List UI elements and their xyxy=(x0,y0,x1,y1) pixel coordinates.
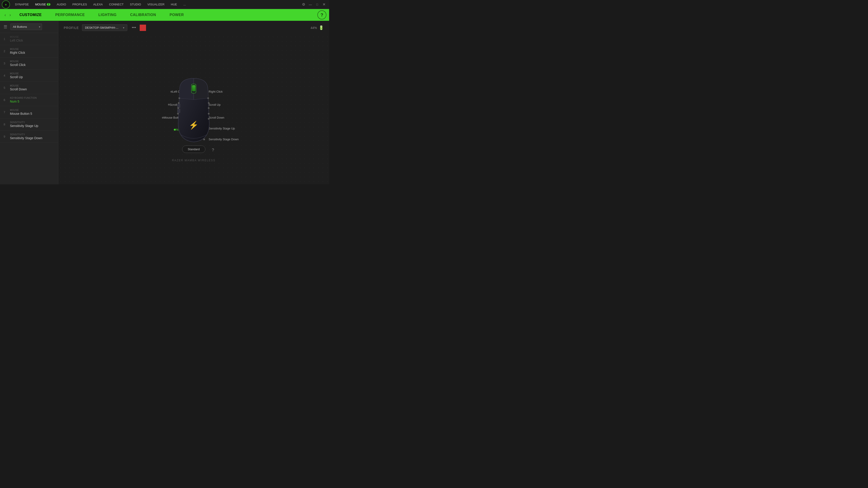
nav-item-audio[interactable]: AUDIO xyxy=(54,0,69,9)
button-list-item-9[interactable]: 9SENSITIVITYSensitivity Stage Down xyxy=(0,131,58,143)
button-list-item-4[interactable]: 4MOUSEScroll Up xyxy=(0,70,58,82)
close-button[interactable]: ✕ xyxy=(320,1,327,8)
label-dot xyxy=(162,117,164,119)
button-list-item-2[interactable]: 2MOUSERight Click xyxy=(0,45,58,57)
button-list-name: Sensitivity Stage Up xyxy=(10,124,38,128)
profile-bar: PROFILE DESKTOP-SMSMPHH-... ▾ ••• 44% 🔋 xyxy=(58,21,329,35)
help-button[interactable]: ? xyxy=(317,10,327,20)
button-list-number: 5 xyxy=(4,86,8,90)
label-dot xyxy=(168,104,170,105)
svg-point-14 xyxy=(207,97,209,99)
nav-badge-mouse: 2 xyxy=(47,3,51,6)
settings-button[interactable]: ⚙ xyxy=(300,1,307,8)
svg-point-12 xyxy=(178,107,179,109)
button-list-number: 9 xyxy=(4,135,8,138)
button-list-item-5[interactable]: 5MOUSEScroll Down xyxy=(0,82,58,94)
button-list-name: Num 5 xyxy=(10,100,37,103)
button-list-name: Scroll Down xyxy=(10,88,27,91)
button-list-name: Left Click xyxy=(10,39,23,42)
button-list-item-1[interactable]: 1MOUSELeft Click xyxy=(0,33,58,45)
nav-item-alexa[interactable]: ALEXA xyxy=(90,0,106,9)
profile-color-button[interactable] xyxy=(140,25,146,31)
button-list-name: Scroll Up xyxy=(10,75,23,79)
device-name: RAZER MAMBA WIRELESS xyxy=(172,159,216,162)
button-list-category: KEYBOARD FUNCTION xyxy=(10,97,37,99)
mouse-illustration: ⚡ xyxy=(171,73,216,146)
battery-icon: 🔋 xyxy=(319,25,324,30)
svg-text:⚡: ⚡ xyxy=(189,121,199,130)
filter-select[interactable]: All Buttons Mouse Keyboard Sensitivity xyxy=(10,24,42,30)
button-list-number: 4 xyxy=(4,74,8,77)
mouse-container: Left Click Scroll Click Mouse Button 5 xyxy=(115,55,273,164)
profile-dropdown[interactable]: DESKTOP-SMSMPHH-... ▾ xyxy=(82,24,127,31)
svg-point-10 xyxy=(179,97,180,99)
button-list-category: MOUSE xyxy=(10,85,27,87)
subnav-item-lighting[interactable]: LIGHTING xyxy=(92,9,123,21)
nav-item-studio[interactable]: STUDIO xyxy=(127,0,144,9)
standard-help-icon[interactable]: ? xyxy=(212,148,214,153)
profile-more-button[interactable]: ••• xyxy=(130,24,138,31)
button-list-info: SENSITIVITYSensitivity Stage Up xyxy=(10,121,38,128)
button-list-category: SENSITIVITY xyxy=(10,121,38,124)
subnav-prev-arrow[interactable]: ‹ xyxy=(3,13,8,18)
svg-point-13 xyxy=(177,113,179,115)
svg-point-17 xyxy=(208,113,210,115)
button-list-category: MOUSE xyxy=(10,109,32,111)
button-list-category: MOUSE xyxy=(10,60,26,63)
svg-rect-9 xyxy=(178,109,180,113)
svg-point-18 xyxy=(208,118,210,120)
button-list-number: 7 xyxy=(4,110,8,114)
button-list-number: 1 xyxy=(4,37,8,41)
subnav-item-power[interactable]: POWER xyxy=(163,9,191,21)
nav-item-mouse[interactable]: MOUSE2 xyxy=(32,0,54,9)
button-list-info: MOUSEScroll Down xyxy=(10,85,27,91)
nav-item-connect[interactable]: CONNECT xyxy=(106,0,127,9)
button-list-category: MOUSE xyxy=(10,48,25,51)
button-list-item-8[interactable]: 8SENSITIVITYSensitivity Stage Up xyxy=(0,119,58,131)
subnav-item-calibration[interactable]: CALIBRATION xyxy=(123,9,163,21)
button-list-info: SENSITIVITYSensitivity Stage Down xyxy=(10,133,42,140)
svg-text:R: R xyxy=(5,4,7,6)
svg-point-16 xyxy=(208,107,210,109)
button-list-item-3[interactable]: 3MOUSEScroll Click xyxy=(0,57,58,70)
button-list-name: Scroll Click xyxy=(10,63,26,67)
profile-name: DESKTOP-SMSMPHH-... xyxy=(85,26,121,29)
svg-point-15 xyxy=(208,102,210,104)
button-list-item-7[interactable]: 7MOUSEMouse Button 5 xyxy=(0,106,58,119)
button-list-item-6[interactable]: 6KEYBOARD FUNCTIONNum 5 xyxy=(0,94,58,106)
nav-item-profiles[interactable]: PROFILES xyxy=(69,0,90,9)
nav-item-more[interactable]: ... xyxy=(180,0,189,9)
button-list-info: MOUSEScroll Up xyxy=(10,72,23,79)
right-area: PROFILE DESKTOP-SMSMPHH-... ▾ ••• 44% 🔋 … xyxy=(58,21,329,184)
button-list-category: MOUSE xyxy=(10,72,23,75)
main-content: ☰ All Buttons Mouse Keyboard Sensitivity… xyxy=(0,21,329,184)
nav-item-visualizer[interactable]: VISUALIZER xyxy=(144,0,168,9)
button-list-name: Mouse Button 5 xyxy=(10,112,32,116)
minimize-button[interactable]: — xyxy=(307,1,314,8)
left-panel: ☰ All Buttons Mouse Keyboard Sensitivity… xyxy=(0,21,58,184)
profile-chevron-icon: ▾ xyxy=(123,26,124,29)
subnav-item-customize[interactable]: CUSTOMIZE xyxy=(13,9,49,21)
standard-button[interactable]: Standard xyxy=(182,145,206,153)
button-list-category: SENSITIVITY xyxy=(10,133,42,136)
button-list-info: KEYBOARD FUNCTIONNum 5 xyxy=(10,97,37,103)
button-list-number: 6 xyxy=(4,98,8,102)
subnav-item-performance[interactable]: PERFORMANCE xyxy=(49,9,92,21)
subnav-next-arrow[interactable]: › xyxy=(8,13,13,18)
button-list-name: Sensitivity Stage Down xyxy=(10,136,42,140)
button-list-number: 2 xyxy=(4,50,8,53)
nav-item-synapse[interactable]: SYNAPSE xyxy=(12,0,32,9)
left-panel-header: ☰ All Buttons Mouse Keyboard Sensitivity… xyxy=(0,21,58,33)
razer-logo: R xyxy=(2,0,10,8)
battery-percentage: 44% xyxy=(311,26,317,30)
hamburger-icon[interactable]: ☰ xyxy=(4,24,7,29)
button-list-info: MOUSELeft Click xyxy=(10,36,23,42)
profile-label: PROFILE xyxy=(64,26,79,30)
titlebar: R SYNAPSEMOUSE2AUDIOPROFILESALEXACONNECT… xyxy=(0,0,329,9)
button-list: 1MOUSELeft Click2MOUSERight Click3MOUSES… xyxy=(0,33,58,184)
button-list-number: 3 xyxy=(4,62,8,65)
nav-item-hue[interactable]: HUE xyxy=(168,0,180,9)
maximize-button[interactable]: □ xyxy=(314,1,320,8)
nav-bar: SYNAPSEMOUSE2AUDIOPROFILESALEXACONNECTST… xyxy=(12,0,189,9)
button-list-info: MOUSEScroll Click xyxy=(10,60,26,67)
